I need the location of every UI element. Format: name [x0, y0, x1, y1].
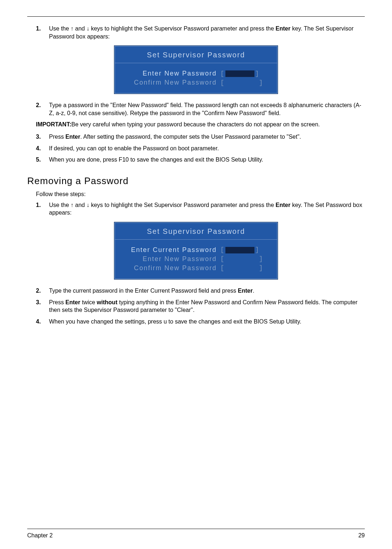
step-number: 1. — [36, 201, 41, 209]
step-number: 4. — [36, 318, 41, 326]
step-number: 3. — [36, 133, 41, 141]
enter-key: Enter — [65, 134, 80, 140]
important-label: IMPORTANT: — [36, 121, 71, 127]
set-password-step1-list: 1. Use the ↑ and ↓ keys to highlight the… — [36, 25, 365, 40]
password-entry-cursor — [225, 247, 254, 253]
enter-key: Enter — [275, 202, 290, 208]
bios-set-password-dialog: Set Supervisor Password Enter New Passwo… — [114, 45, 278, 94]
bottom-rule — [27, 529, 365, 529]
list-item: 2. Type a password in the "Enter New Pas… — [36, 101, 365, 117]
bios-remove-password-dialog: Set Supervisor Password Enter Current Pa… — [114, 222, 278, 280]
page-footer: Chapter 2 29 — [27, 532, 365, 539]
bios-field-row: Enter Current Password [] — [119, 245, 273, 255]
bios-dialog-body: Enter New Password [] Confirm New Passwo… — [114, 63, 278, 94]
page-number: 29 — [358, 532, 365, 539]
step-text: Use the ↑ and ↓ keys to highlight the Se… — [49, 25, 354, 40]
chapter-label: Chapter 2 — [27, 532, 53, 538]
list-item: 4. When you have changed the settings, p… — [36, 318, 365, 326]
follow-steps-text: Follow these steps: — [36, 191, 365, 198]
bios-field-row: Enter New Password [ ] — [119, 255, 273, 264]
step-text: Type the current password in the Enter C… — [49, 288, 254, 294]
top-rule — [27, 16, 365, 17]
step-text: Press Enter. After setting the password,… — [49, 134, 301, 140]
list-item: 3. Press Enter twice without typing anyt… — [36, 298, 365, 314]
step-text: If desired, you can opt to enable the Pa… — [49, 145, 219, 151]
set-password-step2-list: 2. Type a password in the "Enter New Pas… — [36, 101, 365, 117]
step-text: Use the ↑ and ↓ keys to highlight the Se… — [49, 202, 362, 216]
password-entry-cursor — [225, 70, 254, 77]
bios-field-value: [] — [220, 70, 271, 77]
step-text: Press Enter twice without typing anythin… — [49, 299, 358, 313]
enter-key: Enter — [238, 288, 253, 294]
enter-key: Enter — [65, 299, 80, 305]
bios-field-row: Confirm New Password [ ] — [119, 264, 273, 273]
enter-key: Enter — [275, 25, 290, 32]
step-text: When you are done, press F10 to save the… — [49, 156, 263, 163]
bios-field-value: [] — [220, 246, 271, 253]
important-text: Be very careful when typing your passwor… — [71, 121, 320, 127]
bios-field-value: [ ] — [220, 255, 271, 263]
section-heading-removing-password: Removing a Password — [27, 175, 365, 187]
step-text: Type a password in the "Enter New Passwo… — [49, 102, 361, 116]
list-item: 5. When you are done, press F10 to save … — [36, 156, 365, 164]
key-char: u — [164, 318, 167, 325]
list-item: 3. Press Enter. After setting the passwo… — [36, 133, 365, 141]
step-number: 2. — [36, 287, 41, 295]
bios-field-row: Enter New Password [] — [119, 69, 273, 78]
step-number: 1. — [36, 25, 41, 33]
bios-field-label: Enter New Password — [121, 255, 220, 263]
step-number: 4. — [36, 145, 41, 152]
down-arrow-icon: ↓ — [86, 202, 89, 208]
set-password-steps-rest: 3. Press Enter. After setting the passwo… — [36, 133, 365, 164]
up-arrow-icon: ↑ — [71, 202, 74, 208]
down-arrow-icon: ↓ — [86, 25, 89, 32]
bios-field-value: [ ] — [220, 264, 271, 272]
without-bold: without — [97, 299, 118, 305]
bios-field-row: Confirm New Password [ ] — [119, 78, 273, 87]
important-note: IMPORTANT:Be very careful when typing yo… — [36, 121, 365, 129]
list-item: 4. If desired, you can opt to enable the… — [36, 145, 365, 152]
step-number: 5. — [36, 156, 41, 164]
list-item: 2. Type the current password in the Ente… — [36, 287, 365, 295]
bios-dialog-title: Set Supervisor Password — [114, 222, 278, 240]
bios-field-label: Enter New Password — [121, 70, 220, 77]
bios-field-label: Confirm New Password — [121, 264, 220, 272]
bios-field-value: [ ] — [220, 79, 271, 86]
step-number: 2. — [36, 101, 41, 109]
list-item: 1. Use the ↑ and ↓ keys to highlight the… — [36, 25, 365, 40]
remove-password-step1-list: 1. Use the ↑ and ↓ keys to highlight the… — [36, 201, 365, 217]
step-number: 3. — [36, 298, 41, 306]
bios-dialog-title: Set Supervisor Password — [114, 46, 278, 63]
document-page: 1. Use the ↑ and ↓ keys to highlight the… — [0, 0, 392, 549]
bios-field-label: Enter Current Password — [121, 246, 220, 254]
bios-field-label: Confirm New Password — [121, 79, 220, 86]
bios-dialog-body: Enter Current Password [] Enter New Pass… — [114, 240, 278, 279]
up-arrow-icon: ↑ — [71, 25, 74, 32]
list-item: 1. Use the ↑ and ↓ keys to highlight the… — [36, 201, 365, 217]
step-text: When you have changed the settings, pres… — [49, 318, 301, 325]
remove-password-steps-rest: 2. Type the current password in the Ente… — [36, 287, 365, 325]
